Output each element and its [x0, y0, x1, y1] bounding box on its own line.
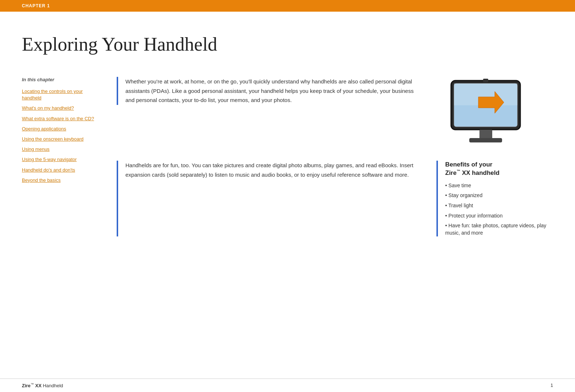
- benefits-title-line1: Benefits of your: [445, 161, 492, 168]
- benefits-box: Benefits of your Zire™ XX handheld Save …: [436, 161, 553, 236]
- accent-border-1: [117, 77, 118, 105]
- second-paragraph-column: Handhelds are for fun, too. You can take…: [117, 161, 429, 236]
- device-svg: [440, 77, 542, 150]
- sidebar-link-whats-on-handheld[interactable]: What's on my handheld?: [22, 105, 102, 111]
- benefit-item: Save time: [445, 182, 553, 189]
- benefits-tm: ™: [456, 169, 460, 173]
- content-first-row: Whether you're at work, at home, or on t…: [117, 77, 553, 150]
- sidebar: In this chapter Locating the controls on…: [22, 77, 102, 236]
- accent-border-2: [117, 161, 118, 236]
- benefit-item: Protect your information: [445, 212, 553, 220]
- sidebar-link-extra-software[interactable]: What extra software is on the CD?: [22, 115, 102, 122]
- footer-brand-name: Zire: [22, 383, 31, 388]
- sidebar-link-opening-apps[interactable]: Opening applications: [22, 126, 102, 132]
- sidebar-link-beyond-basics[interactable]: Beyond the basics: [22, 177, 102, 184]
- benefits-brand-name: Zire: [445, 169, 456, 176]
- right-section: [429, 77, 553, 150]
- benefit-item: Stay organized: [445, 192, 553, 199]
- benefits-section: Benefits of your Zire™ XX handheld Save …: [429, 161, 553, 236]
- sidebar-link-using-menus[interactable]: Using menus: [22, 146, 102, 153]
- page-footer: Zire™ XX Handheld 1: [0, 379, 575, 392]
- paragraph-2: Handhelds are for fun, too. You can take…: [125, 161, 429, 236]
- page-content: Exploring Your Handheld In this chapter …: [0, 12, 575, 258]
- footer-suffix: Handheld: [42, 383, 63, 388]
- svg-rect-4: [479, 130, 492, 139]
- svg-rect-5: [469, 138, 502, 142]
- benefit-item: Have fun: take photos, capture videos, p…: [445, 222, 553, 236]
- page-title: Exploring Your Handheld: [22, 34, 553, 55]
- benefit-item: Travel light: [445, 202, 553, 209]
- svg-rect-6: [483, 79, 488, 82]
- footer-tm: ™: [31, 383, 34, 386]
- sidebar-link-5way-navigator[interactable]: Using the 5-way navigator: [22, 156, 102, 163]
- paragraph-1: Whether you're at work, at home, or on t…: [125, 77, 429, 105]
- first-paragraph-column: Whether you're at work, at home, or on t…: [117, 77, 429, 150]
- footer-model: XX: [34, 383, 42, 388]
- sidebar-links: Locating the controls on your handheldWh…: [22, 88, 102, 184]
- sidebar-heading: In this chapter: [22, 77, 102, 82]
- content-area: Whether you're at work, at home, or on t…: [117, 77, 553, 236]
- chapter-label: CHAPTER 1: [22, 3, 50, 8]
- benefits-model: XX handheld: [460, 169, 500, 176]
- footer-brand: Zire™ XX Handheld: [22, 383, 63, 388]
- sidebar-link-dos-donts[interactable]: Handheld do's and don'ts: [22, 167, 102, 173]
- benefits-brand: Zire™ XX handheld: [445, 169, 500, 176]
- sidebar-link-locating-controls[interactable]: Locating the controls on your handheld: [22, 88, 102, 101]
- footer-page-number: 1: [551, 383, 553, 388]
- benefits-title: Benefits of your Zire™ XX handheld: [445, 161, 553, 177]
- main-layout: In this chapter Locating the controls on…: [22, 77, 553, 236]
- sidebar-link-onscreen-keyboard[interactable]: Using the onscreen keyboard: [22, 136, 102, 142]
- handheld-illustration: [440, 77, 542, 150]
- content-second-row: Handhelds are for fun, too. You can take…: [117, 161, 553, 236]
- header-bar: CHAPTER 1: [0, 0, 575, 12]
- benefits-list: Save timeStay organizedTravel lightProte…: [445, 182, 553, 237]
